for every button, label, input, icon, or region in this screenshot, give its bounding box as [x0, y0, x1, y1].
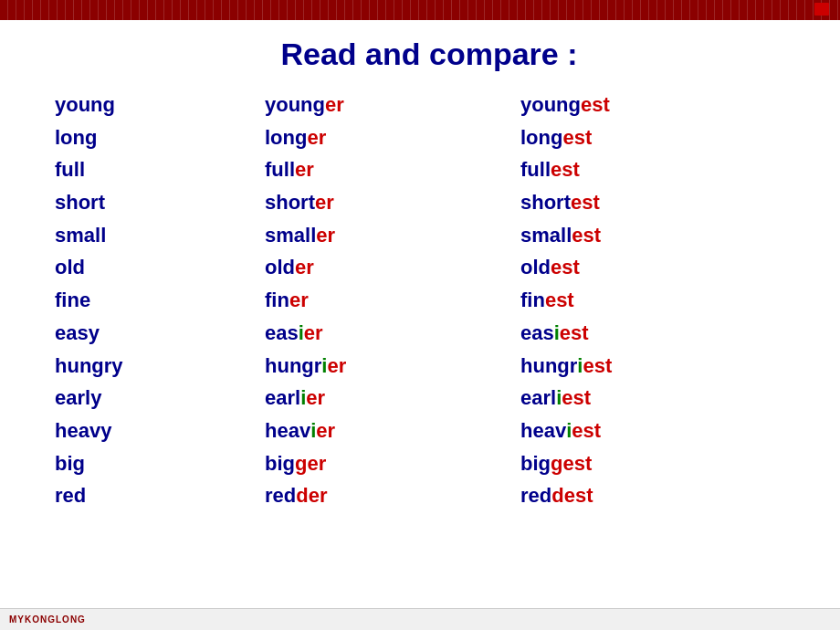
superlative-7: easiest: [493, 317, 749, 350]
superlative-2: fullest: [493, 153, 749, 186]
superlative-5: oldest: [493, 251, 749, 284]
comparative-6: finer: [256, 284, 493, 317]
comparative-0: younger: [256, 89, 493, 121]
base-word-11: big: [55, 447, 256, 480]
comparative-7: easier: [256, 317, 493, 350]
comparative-4: smaller: [256, 219, 493, 252]
base-word-6: fine: [55, 284, 256, 317]
bottom-bar: MYKONGLONG: [0, 608, 840, 630]
base-word-2: full: [55, 153, 256, 186]
top-right-icon: [814, 3, 829, 16]
superlative-9: earliest: [493, 382, 749, 415]
base-word-0: young: [55, 89, 256, 121]
base-word-8: hungry: [55, 350, 256, 383]
base-word-1: long: [55, 121, 256, 154]
word-table: youngyoungeryoungestlonglongerlongestful…: [55, 89, 803, 512]
comparative-3: shorter: [256, 186, 493, 219]
logo: MYKONGLONG: [9, 614, 86, 625]
comparative-5: older: [256, 251, 493, 284]
top-banner: [0, 0, 840, 20]
base-word-10: heavy: [55, 415, 256, 447]
superlative-8: hungriest: [493, 350, 749, 383]
comparative-9: earlier: [256, 382, 493, 415]
comparative-12: redder: [256, 479, 493, 512]
base-word-9: early: [55, 382, 256, 415]
comparative-10: heavier: [256, 415, 493, 447]
main-content: Read and compare : youngyoungeryoungestl…: [0, 20, 840, 521]
base-word-4: small: [55, 219, 256, 252]
comparative-8: hungrier: [256, 350, 493, 383]
base-word-12: red: [55, 479, 256, 512]
comparative-1: longer: [256, 121, 493, 154]
superlative-10: heaviest: [493, 415, 749, 447]
base-word-5: old: [55, 251, 256, 284]
base-word-3: short: [55, 186, 256, 219]
comparative-2: fuller: [256, 153, 493, 186]
superlative-3: shortest: [493, 186, 749, 219]
page-title: Read and compare :: [55, 37, 803, 72]
superlative-6: finest: [493, 284, 749, 317]
base-word-7: easy: [55, 317, 256, 350]
superlative-12: reddest: [493, 479, 749, 512]
comparative-11: bigger: [256, 447, 493, 480]
superlative-11: biggest: [493, 447, 749, 480]
superlative-0: youngest: [493, 89, 749, 121]
superlative-1: longest: [493, 121, 749, 154]
superlative-4: smallest: [493, 219, 749, 252]
